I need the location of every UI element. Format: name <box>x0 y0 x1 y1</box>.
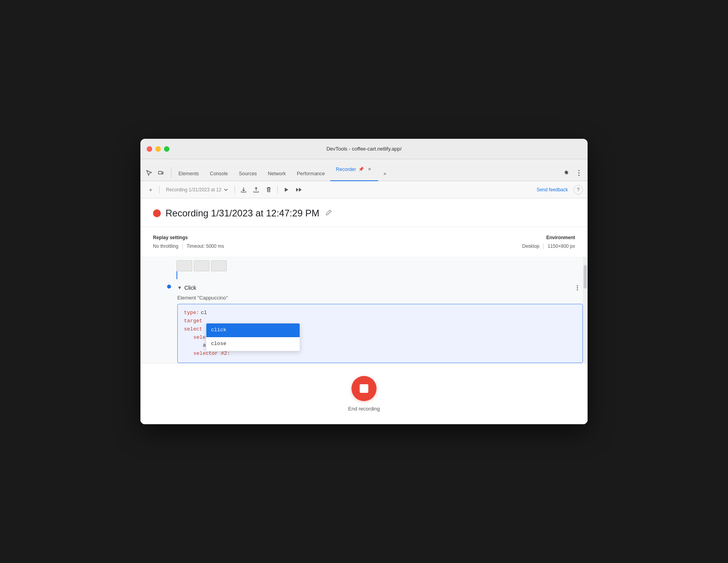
recorder-tab-close[interactable]: ✕ <box>366 166 373 173</box>
tab-sources[interactable]: Sources <box>233 160 262 181</box>
end-recording-area: End recording <box>140 363 588 424</box>
window-title: DevTools - coffee-cart.netlify.app/ <box>326 146 402 152</box>
edit-recording-name-icon[interactable] <box>324 208 333 219</box>
settings-icon[interactable] <box>561 167 572 178</box>
code-selectors-key: select <box>184 325 202 334</box>
thumbnail-strip <box>153 257 583 271</box>
svg-point-7 <box>577 289 578 291</box>
devtools-window: DevTools - coffee-cart.netlify.app/ Elem… <box>140 139 588 424</box>
tab-console[interactable]: Console <box>204 160 233 181</box>
new-recording-button[interactable]: + <box>145 184 156 195</box>
thumbnail-1 <box>177 260 192 271</box>
record-indicator <box>153 209 161 217</box>
code-target-key: target <box>184 317 202 325</box>
replay-settings-section: Replay settings No throttling Timeout: 5… <box>140 227 588 257</box>
replay-button[interactable] <box>281 184 292 195</box>
title-bar: DevTools - coffee-cart.netlify.app/ <box>140 139 588 159</box>
thumbnail-2 <box>194 260 209 271</box>
dropdown-chevron-icon <box>224 187 228 192</box>
help-button[interactable]: ? <box>573 185 583 194</box>
close-button[interactable] <box>147 146 152 152</box>
environment-values: Desktop 1150×800 px <box>522 243 575 249</box>
inspect-icon[interactable] <box>144 167 155 178</box>
svg-point-2 <box>579 170 580 171</box>
throttling-value[interactable]: No throttling <box>153 243 178 249</box>
svg-rect-0 <box>158 171 162 174</box>
environment-section: Environment Desktop 1150×800 px <box>522 235 575 249</box>
minimize-button[interactable] <box>155 146 161 152</box>
replay-settings-left: Replay settings No throttling Timeout: 5… <box>153 235 224 249</box>
toolbar-right: Send feedback ? <box>534 185 583 194</box>
recorder-pin-icon: 📌 <box>359 167 364 172</box>
step-dot <box>167 285 171 289</box>
svg-point-4 <box>579 175 580 176</box>
steps-container: ▼ Click Element "Cappuccino" <box>140 257 588 363</box>
end-recording-label: End recording <box>348 406 380 412</box>
device-toggle-icon[interactable] <box>155 167 166 178</box>
svg-point-5 <box>577 285 578 287</box>
replay-settings-label: Replay settings <box>153 235 224 240</box>
toolbar-divider-3 <box>277 186 278 194</box>
more-options-icon[interactable] <box>573 167 584 178</box>
tab-elements[interactable]: Elements <box>173 160 204 181</box>
autocomplete-item-click[interactable]: click <box>206 323 300 337</box>
replay-settings-values: No throttling Timeout: 5000 ms <box>153 243 224 249</box>
step-chevron-icon[interactable]: ▼ <box>177 285 182 291</box>
step-target: Element "Cappuccino" <box>177 295 583 301</box>
svg-point-3 <box>579 173 580 174</box>
tab-performance[interactable]: Performance <box>291 160 331 181</box>
export-button[interactable] <box>238 184 249 195</box>
devtools-right-icons <box>561 167 584 181</box>
settings-divider <box>182 243 183 249</box>
code-type-value[interactable]: cl <box>201 309 207 317</box>
send-feedback-button[interactable]: Send feedback <box>534 185 570 194</box>
step-more-button[interactable] <box>572 282 583 293</box>
env-resolution[interactable]: 1150×800 px <box>548 243 575 249</box>
code-editor[interactable]: type: cl target select selector #1: <box>177 304 583 363</box>
code-line-type: type: cl <box>184 309 576 317</box>
step-content: ▼ Click Element "Cappuccino" <box>177 282 583 363</box>
stop-icon <box>360 384 368 393</box>
svg-rect-1 <box>162 172 163 174</box>
timeout-value[interactable]: Timeout: 5000 ms <box>187 243 224 249</box>
svg-point-6 <box>577 287 578 289</box>
env-settings-divider <box>543 243 544 249</box>
toolbar-divider-2 <box>235 186 235 194</box>
scrollbar-thumb[interactable] <box>584 265 587 289</box>
timeline-connector <box>177 271 177 279</box>
recording-header: Recording 1/31/2023 at 12:47:29 PM <box>140 198 588 227</box>
toolbar-divider <box>159 186 160 194</box>
devtools-tool-icons <box>144 167 171 178</box>
tab-recorder[interactable]: Recorder 📌 ✕ <box>330 160 378 181</box>
step-header: ▼ Click <box>177 282 583 293</box>
thumbnail-3 <box>211 260 227 271</box>
recording-selector[interactable]: Recording 1/31/2023 at 12 <box>163 185 231 194</box>
tab-network[interactable]: Network <box>262 160 291 181</box>
autocomplete-dropdown[interactable]: click close <box>206 323 300 351</box>
code-type-key: type: <box>184 309 199 317</box>
env-type[interactable]: Desktop <box>522 243 539 249</box>
slow-replay-button[interactable] <box>293 184 304 195</box>
step-click: ▼ Click Element "Cappuccino" <box>161 279 583 363</box>
recorder-toolbar: + Recording 1/31/2023 at 12 <box>140 181 588 198</box>
scrollbar[interactable] <box>583 257 588 363</box>
devtools-tab-bar: Elements Console Sources Network Perform… <box>140 159 588 181</box>
autocomplete-item-close[interactable]: close <box>206 337 300 351</box>
step-type-label: ▼ Click <box>177 285 196 291</box>
environment-label: Environment <box>522 235 575 240</box>
traffic-lights <box>147 146 169 152</box>
recording-title: Recording 1/31/2023 at 12:47:29 PM <box>166 208 319 219</box>
tab-more[interactable]: » <box>378 160 392 181</box>
import-button[interactable] <box>251 184 262 195</box>
stop-recording-button[interactable] <box>351 376 377 401</box>
main-content: Recording 1/31/2023 at 12:47:29 PM Repla… <box>140 198 588 424</box>
maximize-button[interactable] <box>164 146 169 152</box>
delete-button[interactable] <box>263 184 274 195</box>
